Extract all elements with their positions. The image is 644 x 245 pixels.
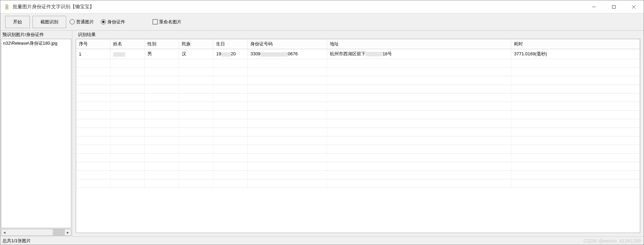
app-icon xyxy=(3,3,11,11)
results-table: 序号 姓名 性别 民族 生日 身份证号码 地址 耗时 1 xyxy=(76,39,640,188)
titlebar: 批量图片身份证件文字识别【懒宝宝】 xyxy=(0,0,644,13)
maximize-button[interactable] xyxy=(604,0,624,13)
col-ethnicity[interactable]: 民族 xyxy=(179,39,213,49)
cell-ethnicity: 汉 xyxy=(179,49,213,59)
redacted-icon xyxy=(221,52,231,57)
cell-sex: 男 xyxy=(145,49,179,59)
file-list[interactable]: n32\Release\身份证180.jpg xyxy=(1,39,71,228)
toolbar: 开始 截图识别 普通图片 身份证件 重命名图片 xyxy=(0,13,644,31)
table-row xyxy=(76,93,640,102)
status-text: 总共1/1张图片 xyxy=(2,238,31,244)
bday-prefix: 19 xyxy=(216,51,221,56)
radio-circle-icon xyxy=(70,19,75,24)
table-row[interactable]: 1 男 汉 1920 33090676 杭州市西湖区留下18号 xyxy=(76,49,640,59)
scroll-track[interactable] xyxy=(8,229,65,235)
table-row xyxy=(76,119,640,128)
cell-address: 杭州市西湖区留下18号 xyxy=(327,49,511,59)
scroll-left-icon[interactable]: ◄ xyxy=(1,229,8,235)
screenshot-recognize-button[interactable]: 截图识别 xyxy=(33,16,66,28)
minimize-button[interactable] xyxy=(584,0,604,13)
redacted-icon xyxy=(260,52,288,57)
id-prefix: 3309 xyxy=(250,51,260,56)
table-row xyxy=(76,154,640,162)
table-row xyxy=(76,136,640,145)
addr-suffix: 18号 xyxy=(383,51,392,56)
checkbox-icon xyxy=(153,19,158,24)
results-table-wrap[interactable]: 序号 姓名 性别 民族 生日 身份证号码 地址 耗时 1 xyxy=(76,39,640,233)
svg-point-0 xyxy=(5,4,8,7)
cell-birthday: 1920 xyxy=(213,49,248,59)
cell-id-number: 33090676 xyxy=(248,49,327,59)
table-row xyxy=(76,102,640,111)
table-row xyxy=(76,162,640,171)
col-id-number[interactable]: 身份证号码 xyxy=(248,39,327,49)
file-item[interactable]: n32\Release\身份证180.jpg xyxy=(1,39,71,47)
addr-prefix: 杭州市西湖区留下 xyxy=(330,51,366,56)
table-row xyxy=(76,85,640,93)
radio-normal-image[interactable]: 普通图片 xyxy=(70,19,94,25)
table-row xyxy=(76,179,640,188)
statusbar: 总共1/1张图片 xyxy=(0,236,644,245)
table-row xyxy=(76,59,640,68)
table-row xyxy=(76,145,640,154)
content-area: 预识别图片/身份证件 n32\Release\身份证180.jpg ◄ ► 识别… xyxy=(0,31,644,236)
col-address[interactable]: 地址 xyxy=(327,39,511,49)
close-button[interactable] xyxy=(624,0,644,13)
cell-name xyxy=(110,49,145,59)
col-birthday[interactable]: 生日 xyxy=(213,39,248,49)
right-panel-header: 识别结果 xyxy=(76,31,644,39)
radio-id-card[interactable]: 身份证件 xyxy=(101,19,125,25)
table-row xyxy=(76,111,640,119)
table-header-row: 序号 姓名 性别 民族 生日 身份证号码 地址 耗时 xyxy=(76,39,640,49)
table-row xyxy=(76,171,640,179)
right-panel: 识别结果 序号 姓名 性别 民族 生日 身份证号码 xyxy=(72,31,644,236)
col-name[interactable]: 姓名 xyxy=(110,39,145,49)
svg-rect-3 xyxy=(612,5,616,8)
cell-elapsed: 3771.0169(毫秒) xyxy=(511,49,640,59)
radio-label: 身份证件 xyxy=(107,19,125,25)
radio-label: 普通图片 xyxy=(76,19,94,25)
scroll-right-icon[interactable]: ► xyxy=(65,229,71,235)
redacted-icon xyxy=(113,52,125,57)
image-type-radio-group: 普通图片 身份证件 xyxy=(70,19,132,25)
cell-index: 1 xyxy=(76,49,110,59)
col-elapsed[interactable]: 耗时 xyxy=(511,39,640,49)
id-suffix: 0676 xyxy=(288,51,298,56)
bday-suffix: 20 xyxy=(231,51,236,56)
scroll-thumb[interactable] xyxy=(53,229,65,235)
app-window: 批量图片身份证件文字识别【懒宝宝】 开始 截图识别 普通图片 身份证件 xyxy=(0,0,644,245)
start-button[interactable]: 开始 xyxy=(5,16,30,28)
col-index[interactable]: 序号 xyxy=(76,39,110,49)
window-title: 批量图片身份证件文字识别【懒宝宝】 xyxy=(13,4,584,10)
checkbox-label: 重命名图片 xyxy=(159,19,181,25)
table-row xyxy=(76,76,640,85)
svg-rect-1 xyxy=(5,7,8,9)
window-controls xyxy=(584,0,644,13)
horizontal-scrollbar[interactable]: ◄ ► xyxy=(1,229,71,236)
table-row xyxy=(76,128,640,136)
left-panel-header: 预识别图片/身份证件 xyxy=(0,31,72,39)
table-row xyxy=(76,68,640,76)
checkbox-rename-images[interactable]: 重命名图片 xyxy=(153,19,181,25)
col-sex[interactable]: 性别 xyxy=(145,39,179,49)
redacted-icon xyxy=(366,52,383,56)
left-panel: 预识别图片/身份证件 n32\Release\身份证180.jpg ◄ ► xyxy=(0,31,72,236)
radio-circle-selected-icon xyxy=(101,19,106,24)
